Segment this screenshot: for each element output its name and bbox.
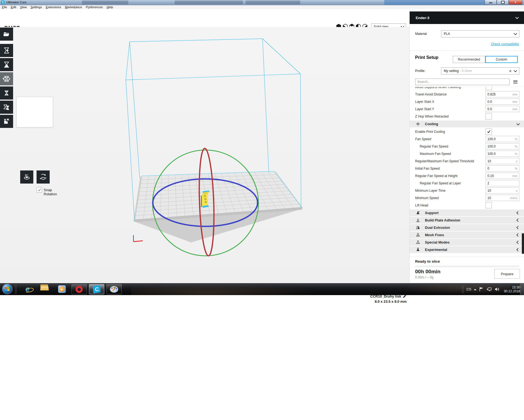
per-model-settings-button[interactable] bbox=[0, 101, 13, 114]
language-indicator[interactable]: CS bbox=[466, 287, 471, 291]
menu-extensions[interactable]: Extensions bbox=[44, 5, 63, 9]
paint-taskbar-button[interactable] bbox=[106, 284, 122, 294]
setting-label: Minimum Speed bbox=[415, 196, 486, 200]
setting-value-regular-fan-speed-at-height[interactable]: 0.15mm bbox=[486, 173, 519, 179]
profile-select[interactable]: My setting - 0.2mm ★ bbox=[441, 67, 519, 74]
restore-icon bbox=[501, 1, 505, 4]
cura-taskbar-button[interactable]: C bbox=[89, 284, 104, 294]
print-setup-title: Print Setup bbox=[415, 55, 438, 60]
viewport-3d[interactable]: Snap Rotation CCR10_Druhy tisk 8.0 x 23.… bbox=[0, 27, 409, 283]
minimize-button[interactable] bbox=[485, 0, 497, 5]
settings-section-support[interactable]: Support bbox=[410, 209, 524, 216]
mesh-icon bbox=[416, 233, 420, 237]
setting-checkbox-enable-print-cooling[interactable] bbox=[486, 128, 492, 135]
chevron-left-icon bbox=[516, 233, 520, 237]
window-titlebar[interactable]: C Ultimaker Cura x bbox=[0, 0, 524, 5]
setting-value-layer-start-y[interactable]: 0.0mm bbox=[486, 106, 519, 112]
setting-value-initial-fan-speed[interactable]: 0% bbox=[486, 165, 519, 172]
setting-row-initial-fan-speed: Initial Fan Speed0% bbox=[410, 165, 524, 172]
setting-value-travel-avoid-distance[interactable]: 0.625mm bbox=[486, 91, 519, 97]
menu-view[interactable]: View bbox=[18, 5, 29, 9]
setting-checkbox-lift-head[interactable] bbox=[486, 202, 492, 208]
app-header: cura. Prepare Monitor Solid view bbox=[0, 9, 409, 27]
opera-taskbar-button[interactable] bbox=[72, 284, 87, 294]
action-center-flag-icon[interactable] bbox=[479, 287, 484, 292]
profile-suffix: - 0.2mm bbox=[460, 69, 509, 73]
material-value: PLA bbox=[444, 32, 450, 36]
menu-marketplace[interactable]: Marketplace bbox=[63, 5, 84, 9]
custom-button[interactable]: Custom bbox=[485, 56, 518, 63]
settings-section-mesh-fixes[interactable]: Mesh Fixes bbox=[410, 232, 524, 238]
setting-label: Fan Speed bbox=[415, 137, 486, 141]
start-button[interactable] bbox=[2, 284, 13, 294]
menu-file[interactable]: File bbox=[0, 5, 9, 9]
star-icon: ★ bbox=[508, 69, 512, 73]
recommended-button[interactable]: Recommended bbox=[453, 56, 485, 63]
search-input[interactable] bbox=[415, 79, 510, 85]
settings-section-build-plate-adhesion[interactable]: Build Plate Adhesion bbox=[410, 217, 524, 224]
prepare-button[interactable]: Prepare bbox=[494, 269, 520, 279]
setting-checkbox-z-hop-when-retracted[interactable] bbox=[486, 113, 492, 119]
window-title: Ultimaker Cura bbox=[6, 1, 26, 4]
show-desktop-button[interactable] bbox=[520, 283, 524, 295]
opera-icon bbox=[76, 286, 83, 293]
experimental-icon bbox=[416, 247, 420, 252]
open-file-button[interactable] bbox=[0, 28, 13, 41]
divider bbox=[410, 257, 524, 257]
menu-settings[interactable]: Settings bbox=[29, 5, 44, 9]
viewport-3d-scene[interactable] bbox=[0, 27, 409, 283]
menu-help[interactable]: Help bbox=[105, 5, 115, 9]
lay-flat-button[interactable] bbox=[37, 170, 50, 184]
setting-value-minimum-layer-time[interactable]: 10s bbox=[486, 187, 519, 194]
menu-edit[interactable]: Edit bbox=[9, 5, 18, 9]
snap-rotation-checkbox[interactable] bbox=[37, 187, 42, 193]
settings-section-cooling[interactable]: Cooling bbox=[410, 121, 524, 127]
mirror-tool-button[interactable] bbox=[0, 86, 13, 100]
tray-expand-icon[interactable] bbox=[474, 287, 477, 290]
setting-value-fan-speed[interactable]: 100.0% bbox=[486, 136, 519, 142]
internet-explorer-button[interactable]: e bbox=[23, 284, 32, 294]
setting-label: Layer Start X bbox=[415, 100, 486, 104]
file-explorer-button[interactable] bbox=[40, 284, 49, 294]
settings-section-experimental[interactable]: Experimental bbox=[410, 246, 524, 253]
profile-value: My setting bbox=[444, 69, 459, 73]
rotate-tool-button[interactable] bbox=[0, 72, 13, 85]
printer-header[interactable]: Ender-3 bbox=[410, 11, 524, 24]
material-select[interactable]: PLA bbox=[441, 30, 519, 37]
check-compatibility-link[interactable]: Check compatibility bbox=[491, 42, 519, 46]
setting-label: Z Hop When Retracted bbox=[415, 115, 486, 118]
close-button[interactable]: x bbox=[509, 0, 522, 5]
setting-label: Travel Avoid Distance bbox=[415, 92, 486, 96]
move-tool-button[interactable] bbox=[0, 44, 13, 57]
scale-tool-button[interactable] bbox=[0, 58, 13, 71]
settings-section-dual-extrusion[interactable]: Dual Extrusion bbox=[410, 224, 524, 231]
panel-scrollbar-thumb[interactable] bbox=[522, 233, 524, 254]
setting-row-layer-start-x: Layer Start X0.0mm bbox=[410, 98, 524, 105]
wallpaper-tint bbox=[131, 283, 322, 295]
setting-value-maximum-fan-speed[interactable]: 100.0% bbox=[486, 151, 519, 157]
setting-label: Maximum Fan Speed bbox=[415, 152, 486, 156]
tray-grip bbox=[462, 285, 464, 293]
close-icon: x bbox=[515, 1, 516, 4]
settings-filter-menu-icon[interactable] bbox=[513, 80, 517, 83]
background-window-hint bbox=[175, 1, 243, 4]
setting-value-minimum-speed[interactable]: 10mm/s bbox=[486, 195, 519, 201]
settings-section-special-modes[interactable]: Special Modes bbox=[410, 239, 524, 246]
volume-icon[interactable] bbox=[495, 287, 500, 292]
setting-value-regular-fan-speed-at-layer[interactable]: 2 bbox=[486, 180, 519, 186]
setting-row-fan-speed: Fan Speed100.0% bbox=[410, 135, 524, 143]
restore-button[interactable] bbox=[497, 0, 509, 5]
setting-value-layer-start-x[interactable]: 0.0mm bbox=[486, 98, 519, 105]
reset-rotation-button[interactable] bbox=[20, 170, 33, 184]
minimize-icon bbox=[489, 2, 492, 3]
setting-value-regular-fan-speed[interactable]: 100.0% bbox=[486, 143, 519, 149]
setting-row-regular-fan-speed-at-layer: Regular Fan Speed at Layer2 bbox=[410, 179, 524, 187]
chevron-left-icon bbox=[516, 226, 520, 229]
setting-checkbox-avoid-supports-when-traveling[interactable] bbox=[486, 87, 492, 90]
media-player-button[interactable]: ▶ bbox=[57, 284, 67, 294]
setting-value-regular-maximum-fan-speed-threshold[interactable]: 10s bbox=[486, 158, 519, 164]
taskbar-clock[interactable]: 15:30 30.12.2018 bbox=[504, 286, 520, 293]
network-icon[interactable] bbox=[487, 287, 492, 292]
menu-preferences[interactable]: Preferences bbox=[84, 5, 105, 9]
support-blocker-button[interactable] bbox=[0, 115, 13, 128]
